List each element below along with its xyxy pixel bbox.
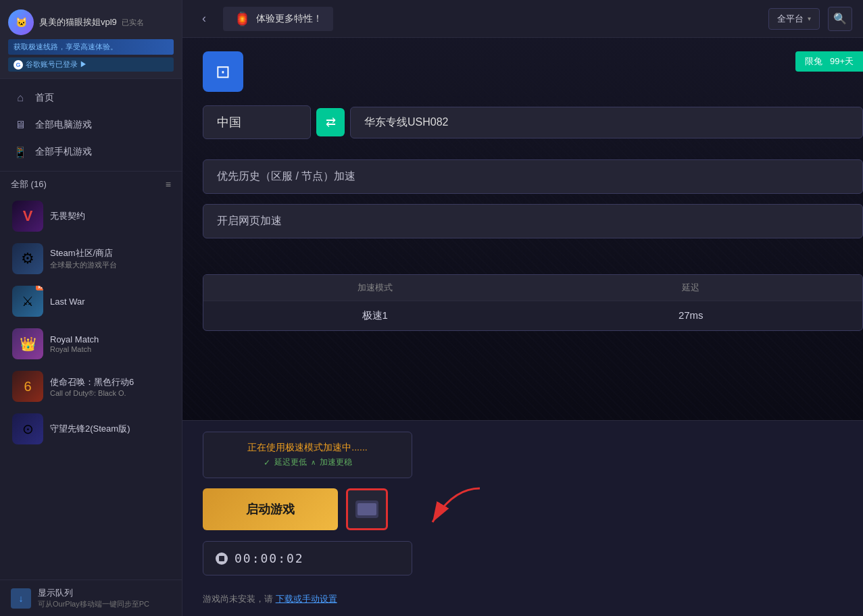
game-item-wuji[interactable]: V 无畏契约 — [4, 195, 178, 237]
platform-arrow-icon: ▾ — [808, 15, 811, 22]
games-header: 全部 (16) ≡ — [0, 172, 182, 195]
download-icon: ↓ — [11, 588, 31, 609]
speed-table-row: 极速1 27ms — [203, 301, 862, 330]
game-item-overwatch[interactable]: ⊙ 守望先锋2(Steam版) — [4, 408, 178, 450]
status-sub-arrow: ∧ — [311, 459, 316, 466]
game-icon-overwatch: ⊙ — [12, 413, 43, 444]
google-login-text: 谷歌账号已登录 ▶ — [26, 59, 87, 70]
platform-text: 全平台 — [777, 13, 804, 25]
game-icon-royalmatch: 👑 — [12, 328, 43, 359]
speed-cell-delay: 27ms — [533, 309, 849, 322]
game-subtitle-royalmatch: Royal Match — [50, 345, 99, 353]
game-name-lastwar: Last War — [50, 297, 85, 307]
vpn-icon: ⊡ — [216, 61, 230, 82]
google-login-btn[interactable]: G 谷歌账号已登录 ▶ — [8, 57, 174, 72]
server-switch-button[interactable]: ⇄ — [316, 108, 345, 136]
status-sub-text-2: 加速更稳 — [320, 457, 352, 468]
status-active-text: 正在使用极速模式加速中...... — [216, 442, 399, 454]
game-item-lastwar[interactable]: ⚔ x2 Last War — [4, 280, 178, 322]
install-link[interactable]: 下载或手动设置 — [276, 594, 337, 604]
timer-row: 00:00:02 — [203, 541, 412, 575]
timer-display: 00:00:02 — [235, 551, 304, 565]
game-icon-wuji: V — [12, 201, 43, 232]
priority-history-button[interactable]: 优先历史（区服 / 节点）加速 — [203, 159, 863, 194]
game-item-cod[interactable]: 6 使命召唤：黑色行动6 Call of Duty®: Black O. — [4, 365, 178, 407]
install-note-text: 游戏尚未安装，请 — [203, 594, 273, 604]
platform-selector[interactable]: 全平台 ▾ — [768, 8, 820, 30]
status-sub-text-1: 延迟更低 — [274, 457, 307, 468]
check-icon: ✓ — [264, 458, 270, 467]
red-arrow-indicator — [412, 482, 493, 536]
nav-home-label: 首页 — [35, 92, 54, 104]
user-row: 🐱 臭美的猫眼挨姐vpl9 已实名 — [8, 9, 174, 35]
speed-cell-mode: 极速1 — [217, 309, 533, 322]
start-game-button[interactable]: 启动游戏 — [203, 488, 338, 530]
nav-home[interactable]: ⌂ 首页 — [0, 84, 182, 111]
google-logo-icon: G — [14, 60, 23, 70]
nav-pc-games[interactable]: 🖥 全部电脑游戏 — [0, 111, 182, 138]
server-to: 华东专线USH082 — [350, 107, 863, 138]
user-info: 臭美的猫眼挨姐vpl9 已实名 — [39, 16, 174, 28]
bottom-bar-title: 显示队列 — [38, 587, 149, 599]
status-sub: ✓ 延迟更低 ∧ 加速更稳 — [216, 457, 399, 468]
games-list: V 无畏契约 ⚙ Steam社区/商店 全球最大的游戏平台 ⚔ x2 Last … — [0, 195, 182, 580]
speed-table-header: 加速模式 延迟 — [203, 275, 862, 301]
nav-section: ⌂ 首页 🖥 全部电脑游戏 📱 全部手机游戏 — [0, 79, 182, 172]
speed-table: 加速模式 延迟 极速1 27ms — [203, 274, 863, 331]
game-item-steam[interactable]: ⚙ Steam社区/商店 全球最大的游戏平台 — [4, 238, 178, 280]
limit-value: 99+天 — [830, 56, 854, 66]
game-name-steam: Steam社区/商店 — [50, 247, 117, 259]
web-acceleration-button[interactable]: 开启网页加速 — [203, 204, 863, 238]
festival-icon: 🏮 — [234, 11, 251, 27]
vpn-toggle-screen — [357, 503, 376, 515]
username-text: 臭美的猫眼挨姐vpl9 — [39, 17, 117, 27]
game-name-wuji: 无畏契约 — [50, 210, 85, 222]
home-icon: ⌂ — [14, 91, 27, 105]
main-content: ‹ 🏮 体验更多特性！ 全平台 ▾ 🔍 ⊡ 限兔 99+天 中国 ⇄ — [182, 0, 863, 616]
game-name-overwatch: 守望先锋2(Steam版) — [50, 423, 130, 435]
game-icon-steam: ⚙ — [12, 243, 43, 274]
server-from: 中国 — [203, 105, 311, 139]
verified-badge: 已实名 — [122, 18, 144, 26]
vpn-toggle-inner — [355, 500, 378, 518]
search-icon: 🔍 — [833, 12, 847, 25]
game-subtitle-cod: Call of Duty®: Black O. — [50, 389, 134, 397]
x2-badge: x2 — [36, 286, 43, 290]
install-note: 游戏尚未安装，请 下载或手动设置 — [203, 593, 337, 605]
speed-col-delay: 延迟 — [533, 282, 849, 294]
vpn-icon-card: ⊡ — [203, 51, 243, 92]
festival-text: 体验更多特性！ — [256, 13, 322, 25]
sidebar: 🐱 臭美的猫眼挨姐vpl9 已实名 获取极速线路，享受高速体验。 G 谷歌账号已… — [0, 0, 182, 616]
limit-badge: 限兔 99+天 — [795, 51, 863, 72]
status-banner: 正在使用极速模式加速中...... ✓ 延迟更低 ∧ 加速更稳 — [203, 432, 412, 478]
username: 臭美的猫眼挨姐vpl9 已实名 — [39, 16, 174, 28]
games-count: 全部 (16) — [11, 178, 47, 190]
avatar: 🐱 — [8, 9, 34, 35]
user-section: 🐱 臭美的猫眼挨姐vpl9 已实名 获取极速线路，享受高速体验。 G 谷歌账号已… — [0, 0, 182, 79]
bottom-panel: 正在使用极速模式加速中...... ✓ 延迟更低 ∧ 加速更稳 启动游戏 — [182, 420, 863, 616]
nav-mobile-games-label: 全部手机游戏 — [35, 146, 92, 158]
search-button[interactable]: 🔍 — [828, 7, 852, 31]
nav-pc-games-label: 全部电脑游戏 — [35, 119, 92, 131]
nav-mobile-games[interactable]: 📱 全部手机游戏 — [0, 138, 182, 165]
timer-stop-button[interactable] — [216, 553, 228, 565]
sort-icon[interactable]: ≡ — [166, 179, 171, 190]
promo-bar[interactable]: 获取极速线路，享受高速体验。 — [8, 39, 174, 55]
game-subtitle-steam: 全球最大的游戏平台 — [50, 260, 117, 270]
hero-area: ⊡ 限兔 99+天 中国 ⇄ 华东专线USH082 优先历史（区服 / 节点）加… — [182, 38, 863, 420]
game-name-royalmatch: Royal Match — [50, 334, 99, 344]
game-item-royalmatch[interactable]: 👑 Royal Match Royal Match — [4, 323, 178, 365]
bottom-bar-subtitle: 可从OurPlay移动端一键同步至PC — [38, 599, 149, 609]
festival-banner[interactable]: 🏮 体验更多特性！ — [223, 7, 333, 31]
limit-label: 限兔 — [805, 56, 822, 66]
mobile-icon: 📱 — [14, 145, 27, 159]
top-bar: ‹ 🏮 体验更多特性！ 全平台 ▾ 🔍 — [182, 0, 863, 38]
bottom-bar[interactable]: ↓ 显示队列 可从OurPlay移动端一键同步至PC — [0, 580, 182, 616]
game-icon-lastwar: ⚔ x2 — [12, 286, 43, 317]
game-name-cod: 使命召唤：黑色行动6 — [50, 376, 134, 388]
server-row: 中国 ⇄ 华东专线USH082 — [203, 105, 863, 139]
stop-icon — [219, 556, 224, 561]
monitor-icon: 🖥 — [14, 118, 27, 132]
back-button[interactable]: ‹ — [193, 8, 215, 30]
vpn-toggle-button[interactable] — [346, 488, 388, 530]
